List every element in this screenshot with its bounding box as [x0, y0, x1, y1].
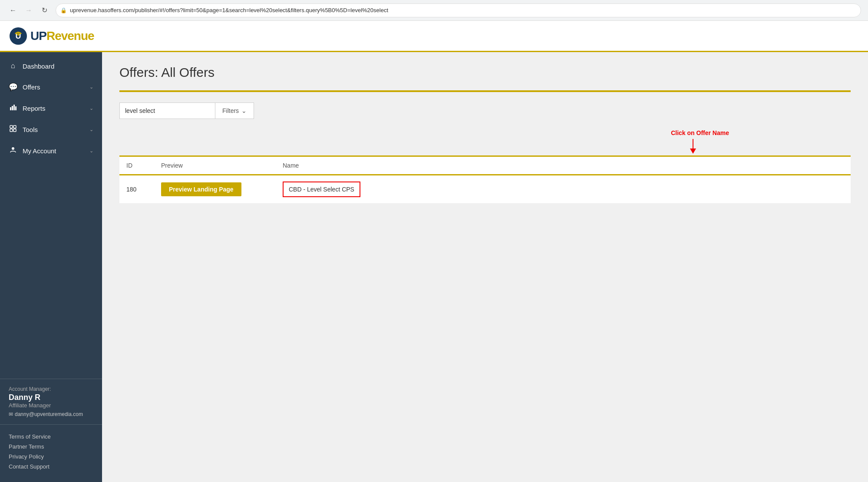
svg-point-10 — [12, 147, 14, 150]
annotation-area: Click on Offer Name — [119, 129, 851, 155]
main-layout: ⌂ Dashboard 💬 Offers ⌄ — [0, 52, 868, 482]
sidebar-item-dashboard[interactable]: ⌂ Dashboard — [0, 56, 102, 76]
annotation-text: Click on Offer Name — [671, 129, 729, 136]
preview-landing-page-button[interactable]: Preview Landing Page — [161, 182, 241, 196]
logo-text: UPRevenue — [30, 29, 94, 43]
account-icon — [9, 146, 17, 155]
forward-button[interactable]: → — [23, 4, 35, 17]
footer-link-privacy[interactable]: Privacy Policy — [9, 453, 93, 460]
footer-link-support[interactable]: Contact Support — [9, 463, 93, 470]
table-header-row: ID Preview Name — [119, 156, 851, 175]
col-header-preview: Preview — [154, 156, 276, 175]
sidebar-item-offers[interactable]: 💬 Offers ⌄ — [0, 76, 102, 98]
browser-chrome: ← → ↻ 🔒 uprevenue.hasoffers.com/publishe… — [0, 0, 868, 21]
account-role: Affiliate Manager — [9, 402, 93, 409]
sidebar-item-my-account[interactable]: My Account ⌄ — [0, 140, 102, 162]
chevron-reports-icon: ⌄ — [89, 106, 93, 111]
col-header-id: ID — [119, 156, 154, 175]
app-header: U UPRevenue — [0, 21, 868, 52]
sidebar-label-offers: Offers — [23, 83, 40, 91]
page-title: Offers: All Offers — [119, 65, 851, 80]
svg-rect-3 — [12, 106, 13, 110]
account-email: ✉ danny@upventuremedia.com — [9, 411, 93, 417]
table-row: 180 Preview Landing Page CBD - Level Sel… — [119, 175, 851, 204]
logo-revenue: Revenue — [46, 29, 94, 43]
sidebar-label-reports: Reports — [23, 105, 46, 112]
content-area: Offers: All Offers Filters ⌄ Click on Of… — [102, 52, 868, 482]
row-preview: Preview Landing Page — [154, 175, 276, 204]
sidebar-item-reports[interactable]: Reports ⌄ — [0, 98, 102, 119]
back-button[interactable]: ← — [7, 4, 19, 17]
row-name[interactable]: CBD - Level Select CPS — [276, 175, 851, 204]
email-icon: ✉ — [9, 411, 13, 417]
logo-up: UP — [30, 29, 46, 43]
nav-buttons: ← → ↻ — [7, 4, 50, 17]
account-manager-label: Account Manager: — [9, 386, 93, 392]
chevron-account-icon: ⌄ — [89, 148, 93, 154]
row-id: 180 — [119, 175, 154, 204]
filters-chevron-icon: ⌄ — [241, 107, 247, 114]
offer-name-link[interactable]: CBD - Level Select CPS — [283, 182, 360, 197]
chevron-offers-icon: ⌄ — [89, 84, 93, 90]
annotation-arrow — [686, 139, 700, 155]
svg-rect-7 — [13, 125, 16, 128]
svg-rect-8 — [10, 129, 13, 132]
footer-link-partner-terms[interactable]: Partner Terms — [9, 443, 93, 450]
yellow-accent-bar — [119, 90, 851, 92]
sidebar-label-my-account: My Account — [23, 147, 56, 155]
sidebar-nav: ⌂ Dashboard 💬 Offers ⌄ — [0, 52, 102, 379]
app-layout: U UPRevenue ⌂ Dashboard — [0, 21, 868, 482]
lock-icon: 🔒 — [60, 7, 67, 13]
refresh-button[interactable]: ↻ — [38, 4, 50, 17]
svg-rect-9 — [13, 129, 16, 132]
sidebar: ⌂ Dashboard 💬 Offers ⌄ — [0, 52, 102, 482]
sidebar-label-tools: Tools — [23, 126, 38, 133]
offers-table: ID Preview Name 180 — [119, 155, 851, 204]
url-text: uprevenue.hasoffers.com/publisher/#!/off… — [70, 7, 388, 13]
filters-label: Filters — [222, 107, 239, 114]
svg-rect-2 — [10, 107, 11, 110]
account-section: Account Manager: Danny R Affiliate Manag… — [0, 379, 102, 424]
svg-rect-6 — [10, 125, 13, 128]
svg-rect-5 — [15, 106, 17, 110]
home-icon: ⌂ — [9, 62, 17, 70]
offers-icon: 💬 — [9, 83, 17, 92]
sidebar-item-tools[interactable]: Tools ⌄ — [0, 119, 102, 140]
col-header-name: Name — [276, 156, 851, 175]
sidebar-footer: Terms of Service Partner Terms Privacy P… — [0, 424, 102, 482]
search-filter-row: Filters ⌄ — [119, 102, 851, 119]
reports-icon — [9, 104, 17, 113]
account-name: Danny R — [9, 393, 93, 402]
logo: U UPRevenue — [9, 26, 94, 46]
svg-marker-12 — [690, 149, 696, 154]
filters-button[interactable]: Filters ⌄ — [215, 102, 254, 119]
chevron-tools-icon: ⌄ — [89, 127, 93, 132]
svg-rect-4 — [13, 105, 15, 110]
tools-icon — [9, 125, 17, 134]
footer-link-terms[interactable]: Terms of Service — [9, 433, 93, 440]
search-input[interactable] — [119, 102, 215, 119]
sidebar-label-dashboard: Dashboard — [23, 63, 54, 70]
address-bar[interactable]: 🔒 uprevenue.hasoffers.com/publisher/#!/o… — [56, 3, 861, 17]
logo-icon: U — [9, 26, 28, 46]
